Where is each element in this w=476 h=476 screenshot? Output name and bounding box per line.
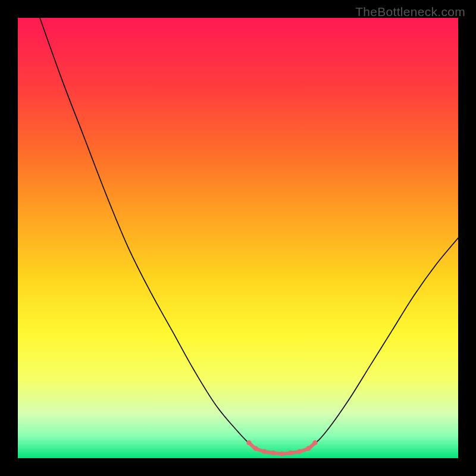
watermark-text: TheBottleneck.com [355,5,465,19]
target-marker [253,446,258,451]
target-marker [280,451,284,456]
target-marker [271,450,275,455]
chart-svg [18,18,458,458]
plot-area [18,18,458,458]
target-marker [289,450,293,455]
target-marker [297,449,302,454]
target-marker [306,446,311,451]
chart-container: TheBottleneck.com [0,0,476,476]
target-marker [262,449,267,454]
target-marker [312,440,317,445]
gradient-background [18,18,458,458]
target-marker [246,440,251,445]
